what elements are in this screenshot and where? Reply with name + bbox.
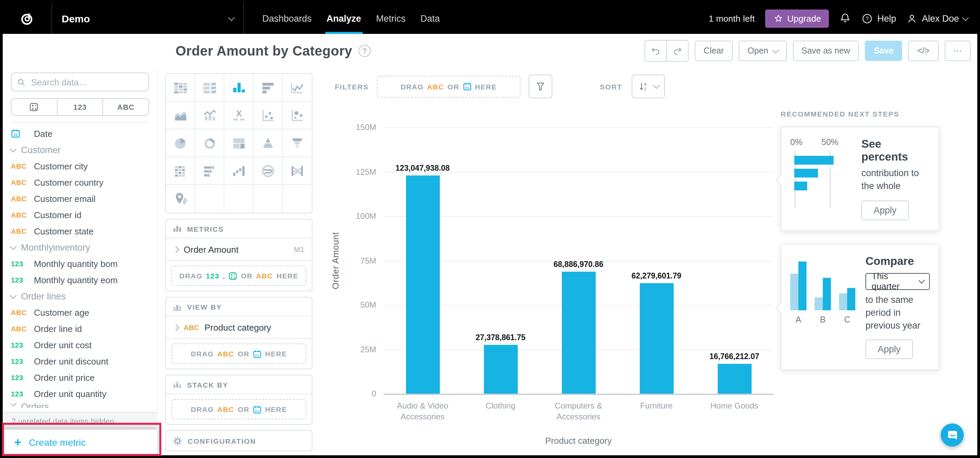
search-input[interactable] [30,76,143,88]
filter-metrics-tab[interactable] [11,99,57,115]
more-menu-button[interactable]: ··· [944,41,970,61]
catalog-item-customer-city[interactable]: ABCCustomer city [11,158,157,174]
catalog-item-customer-country[interactable]: ABCCustomer country [11,174,157,190]
open-button[interactable]: Open [739,41,786,61]
filters-label: FILTERS [335,82,369,91]
vis-type-area-chart[interactable] [166,102,195,129]
chat-launcher[interactable] [941,423,964,447]
vis-type-dependency-wheel[interactable] [253,157,283,185]
x-axis-labels: Audio & Video AccessoriesClothingCompute… [383,401,773,422]
catalog-group-customer[interactable]: Customer [11,142,157,158]
user-menu[interactable]: Alex Doe [906,13,968,24]
view-by-header[interactable]: VIEW BY [166,297,312,316]
vis-type-repeater[interactable] [195,74,224,102]
catalog-item-order-unit-quantity[interactable]: 123Order unit quantity [11,385,157,402]
clear-button[interactable]: Clear [695,41,733,61]
filter-facts-tab[interactable]: 123 [57,99,102,115]
catalog-item-order-unit-discount[interactable]: 123Order unit discount [11,353,157,369]
compare-period-select[interactable]: This quarter [865,273,930,290]
treemap-icon [230,135,247,151]
vis-type-funnel-chart[interactable] [283,129,312,157]
workspace-selector[interactable]: Demo [52,3,244,34]
help-icon: ? [862,13,873,24]
calculator-icon [29,102,39,112]
fact-123-icon: 123 [11,341,29,349]
catalog-item-customer-state[interactable]: ABCCustomer state [11,223,157,239]
title-help-icon[interactable]: ? [358,45,371,57]
vis-type-column-chart[interactable] [224,74,253,102]
catalog-group-orders[interactable]: Orders [11,402,157,408]
vis-type-sankey-diagram[interactable] [283,157,312,185]
redo-button[interactable] [666,41,688,61]
chevron-down-icon [228,14,235,21]
vis-type-heatmap[interactable] [166,157,195,185]
bar-computers-accessories[interactable] [562,271,595,394]
metrics-bucket-header[interactable]: METRICS [166,219,312,238]
sort-button[interactable]: A Z [632,75,665,98]
svg-text:?: ? [866,15,869,21]
vis-type-headline[interactable]: X [224,102,253,129]
catalog-group-monthlyinventory[interactable]: Monthlyinventory [11,239,157,255]
catalog-item-order-unit-price[interactable]: 123Order unit price [11,369,157,385]
catalog-group-order-lines[interactable]: Order lines [11,288,157,304]
nav-tab-dashboards[interactable]: Dashboards [255,3,319,34]
filter-funnel-button[interactable] [529,75,552,98]
vis-type-pie-chart[interactable] [166,129,195,157]
stack-by-dropzone[interactable]: DRAG ABC OR 31 HERE [172,399,306,419]
notifications-button[interactable] [839,12,851,24]
apply-percents-button[interactable]: Apply [861,200,909,220]
vis-type-geo-pushpin[interactable] [166,185,195,213]
filters-dropzone[interactable]: DRAG ABC OR 31 HERE [377,76,520,97]
nav-tab-analyze[interactable]: Analyze [319,3,369,34]
embed-code-button[interactable]: </> [908,41,938,61]
open-label: Open [748,46,768,56]
bar-furniture[interactable] [640,283,673,394]
vis-type-bubble-chart[interactable] [283,102,312,129]
save-as-new-button[interactable]: Save as new [792,41,859,61]
catalog-item-monthly-quantity-eom[interactable]: 123Monthly quantity eom [11,272,157,288]
bar-clothing[interactable] [484,345,517,394]
vis-type-donut-chart[interactable] [195,129,224,157]
gridline [383,172,773,172]
upgrade-label: Upgrade [787,13,821,23]
vis-type-combo-chart[interactable] [195,102,224,129]
catalog-item-customer-email[interactable]: ABCCustomer email [11,190,157,207]
vis-type-pyramid-chart[interactable] [253,129,283,157]
filter-attributes-tab[interactable]: ABC [103,99,148,115]
dz-comma: , [223,272,225,280]
catalog-item-order-unit-cost[interactable]: 123Order unit cost [11,337,157,353]
view-by-item-product-category[interactable]: ABC Product category [166,316,312,338]
vis-type-line-chart[interactable] [283,74,312,102]
nav-tab-metrics[interactable]: Metrics [369,3,413,34]
y-tick-label: 25M [360,345,383,354]
vis-type-treemap[interactable] [224,129,253,157]
redo-icon [671,45,683,57]
vis-type-scatter-plot[interactable] [253,102,283,129]
stack-by-header[interactable]: STACK BY [166,375,312,394]
metric-item-order-amount[interactable]: Order Amount M1 [166,238,312,260]
gooddata-logo[interactable] [3,3,52,34]
create-metric-button[interactable]: + Create metric [3,429,157,455]
view-by-dropzone[interactable]: DRAG ABC OR 31 HERE [172,344,306,364]
help-menu[interactable]: ? Help [862,13,896,24]
catalog-item-customer-age[interactable]: ABCCustomer age [11,304,157,320]
upgrade-button[interactable]: Upgrade [765,9,829,27]
nav-tab-data[interactable]: Data [413,3,447,34]
bar-home-goods[interactable] [718,364,751,394]
undo-button[interactable] [645,41,666,61]
bar-audio-video-accessories[interactable] [406,175,439,394]
vis-type-table[interactable] [166,74,195,102]
catalog-item-date[interactable]: 31Date [11,125,157,142]
catalog-item-order-line-id[interactable]: ABCOrder line id [11,320,157,337]
catalog-item-monthly-quantity-bom[interactable]: 123Monthly quantity bom [11,255,157,272]
save-button[interactable]: Save [865,41,902,61]
apply-compare-button[interactable]: Apply [865,340,913,359]
vis-type-bar-chart[interactable] [253,74,283,102]
configuration-header[interactable]: CONFIGURATION [166,431,312,450]
vis-type-bullet-chart[interactable] [195,157,224,185]
fact-123-icon: 123 [11,357,29,365]
catalog-item-customer-id[interactable]: ABCCustomer id [11,207,157,223]
user-name: Alex Doe [922,13,959,23]
metrics-dropzone[interactable]: DRAG 123 , OR ABC HERE [172,266,306,286]
vis-type-waterfall-chart[interactable] [224,157,253,185]
